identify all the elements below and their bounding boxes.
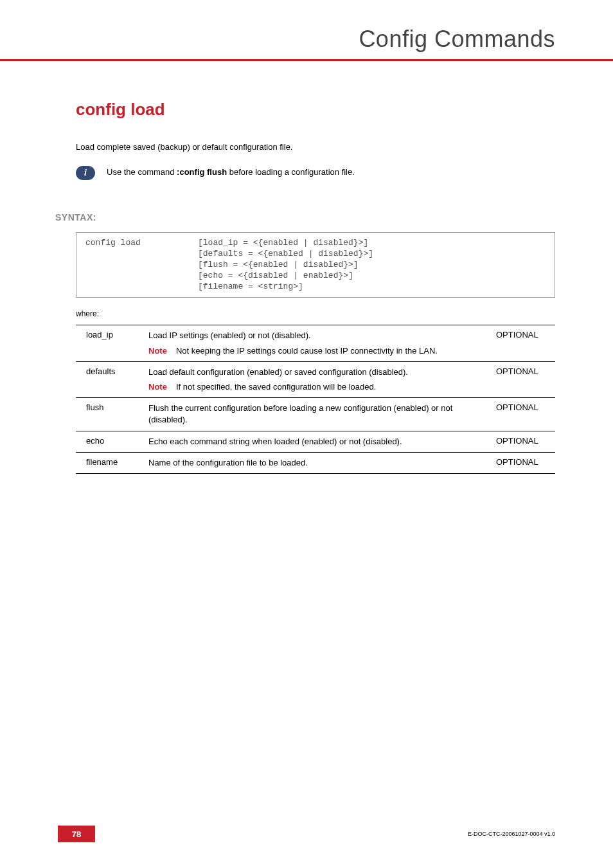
param-row: flushFlush the current configuration bef… bbox=[76, 398, 555, 431]
note-text: If not specified, the saved configuratio… bbox=[176, 381, 486, 393]
param-optional: OPTIONAL bbox=[491, 452, 555, 473]
info-letter: i bbox=[84, 168, 87, 178]
info-icon: i bbox=[76, 166, 95, 180]
document-id: E-DOC-CTC-20061027-0004 v1.0 bbox=[468, 831, 555, 837]
syntax-command: config load bbox=[85, 238, 198, 292]
param-name: defaults bbox=[76, 361, 143, 397]
param-optional: OPTIONAL bbox=[491, 398, 555, 431]
param-row: load_ipLoad IP settings (enabled) or not… bbox=[76, 325, 555, 361]
info-cmd: :config flush bbox=[177, 167, 227, 177]
info-post: before loading a configuration file. bbox=[227, 167, 355, 177]
page-footer: 78 E-DOC-CTC-20061027-0004 v1.0 bbox=[0, 826, 613, 842]
param-name: filename bbox=[76, 452, 143, 473]
info-callout: i Use the command :config flush before l… bbox=[76, 166, 555, 180]
note-text: Not keeping the IP settings could cause … bbox=[176, 345, 486, 357]
param-row: defaultsLoad default configuration (enab… bbox=[76, 361, 555, 397]
param-name: load_ip bbox=[76, 325, 143, 361]
note-label: Note bbox=[148, 381, 167, 393]
param-optional: OPTIONAL bbox=[491, 361, 555, 397]
syntax-box: config load [load_ip = <{enabled | disab… bbox=[76, 232, 555, 298]
param-note: NoteIf not specified, the saved configur… bbox=[148, 381, 486, 393]
param-optional: OPTIONAL bbox=[491, 325, 555, 361]
param-note: NoteNot keeping the IP settings could ca… bbox=[148, 345, 486, 357]
syntax-label: SYNTAX: bbox=[55, 212, 555, 222]
page-header: Config Commands bbox=[0, 0, 613, 61]
info-text: Use the command :config flush before loa… bbox=[107, 166, 355, 177]
param-optional: OPTIONAL bbox=[491, 431, 555, 452]
param-description: Echo each command string when loaded (en… bbox=[143, 431, 491, 452]
note-label: Note bbox=[148, 345, 167, 357]
command-description: Load complete saved (backup) or default … bbox=[76, 142, 555, 152]
params-table: load_ipLoad IP settings (enabled) or not… bbox=[76, 325, 555, 474]
content-area: config load Load complete saved (backup)… bbox=[0, 68, 613, 474]
param-name: echo bbox=[76, 431, 143, 452]
param-description: Load default configuration (enabled) or … bbox=[143, 361, 491, 397]
page-number: 78 bbox=[58, 826, 95, 842]
param-description: Name of the configuration file to be loa… bbox=[143, 452, 491, 473]
syntax-row: config load [load_ip = <{enabled | disab… bbox=[85, 238, 546, 292]
where-label: where: bbox=[76, 309, 555, 318]
param-description: Flush the current configuration before l… bbox=[143, 398, 491, 431]
command-title: config load bbox=[76, 100, 555, 120]
info-pre: Use the command bbox=[107, 167, 177, 177]
syntax-args: [load_ip = <{enabled | disabled}>] [defa… bbox=[198, 238, 373, 292]
param-description: Load IP settings (enabled) or not (disab… bbox=[143, 325, 491, 361]
page-header-title: Config Commands bbox=[58, 26, 555, 53]
param-row: echoEcho each command string when loaded… bbox=[76, 431, 555, 452]
param-name: flush bbox=[76, 398, 143, 431]
param-row: filenameName of the configuration file t… bbox=[76, 452, 555, 473]
